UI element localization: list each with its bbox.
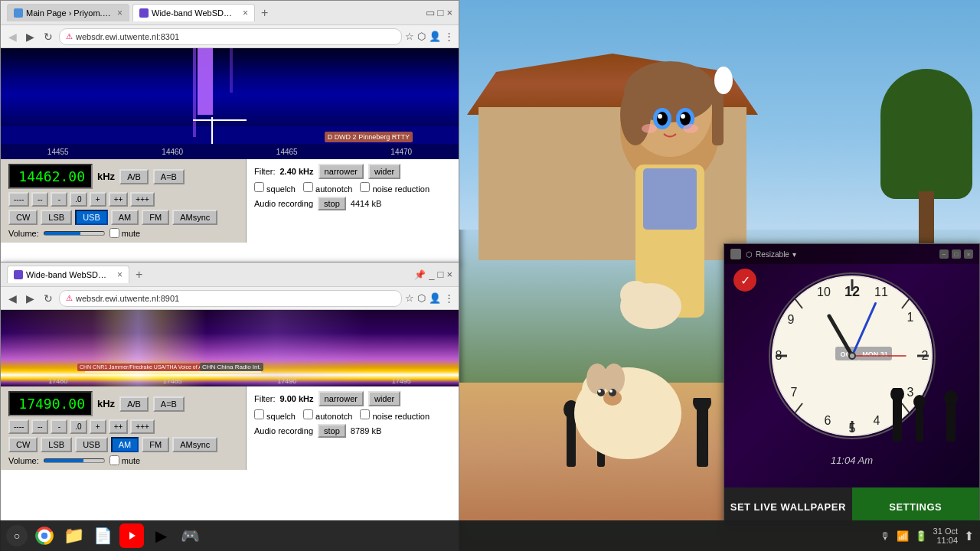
tune-plus2-bottom[interactable]: ++ <box>109 419 129 434</box>
star-icon-bottom[interactable]: ☆ <box>405 292 414 304</box>
extensions-icon-top[interactable]: ⬡ <box>417 31 426 42</box>
noise-reduction-label-bottom[interactable]: noise reduction <box>360 409 430 421</box>
extensions-icon-bottom[interactable]: ⬡ <box>417 292 426 304</box>
taskbar-play[interactable]: ▶ <box>149 523 173 548</box>
tune-minus2-bottom[interactable]: -- <box>31 419 48 434</box>
red-check-btn[interactable]: ✓ <box>733 269 756 292</box>
reload-btn-bottom[interactable]: ↻ <box>41 291 56 306</box>
wider-btn-top[interactable]: wider <box>368 164 400 179</box>
vol-slider-bottom[interactable] <box>44 458 105 463</box>
profile-icon-bottom[interactable]: 👤 <box>429 292 441 304</box>
freq-display-top[interactable]: 14462.00 <box>8 164 93 189</box>
svg-rect-35 <box>893 396 902 442</box>
narrower-btn-top[interactable]: narrower <box>318 164 364 179</box>
ab-btn-bottom[interactable]: A/B <box>119 396 149 412</box>
reload-btn-top[interactable]: ↻ <box>41 29 56 44</box>
tune-plus3-top[interactable]: +++ <box>130 192 155 207</box>
menu-icon-top[interactable]: ⋮ <box>444 31 454 42</box>
close-icon-top[interactable]: × <box>446 7 452 18</box>
back-btn-top[interactable]: ◀ <box>5 29 20 44</box>
new-tab-btn-top[interactable]: + <box>261 6 268 20</box>
wider-btn-bottom[interactable]: wider <box>368 391 400 406</box>
aeqb-btn-top[interactable]: A=B <box>153 169 185 184</box>
noise-reduction-label-top[interactable]: noise reduction <box>360 182 430 194</box>
clock-close-btn[interactable]: × <box>964 249 973 259</box>
mode-am-bottom[interactable]: AM <box>111 437 139 452</box>
tune-plus1-bottom[interactable]: + <box>90 419 106 434</box>
taskbar-docs[interactable]: 📄 <box>90 523 115 548</box>
tune-plus2-top[interactable]: ++ <box>109 192 129 207</box>
profile-icon-top[interactable]: 👤 <box>429 31 441 42</box>
forward-btn-top[interactable]: ▶ <box>23 29 38 44</box>
taskbar-chrome[interactable] <box>32 523 57 548</box>
squelch-label-top[interactable]: squelch <box>254 182 296 194</box>
resize-icon: ⬡ <box>746 250 753 259</box>
clock-bg-scene-svg <box>724 388 979 449</box>
taskbar-game[interactable]: 🎮 <box>178 523 202 548</box>
mode-cw-bottom[interactable]: CW <box>8 437 38 452</box>
nav-icons-bottom: ☆ ⬡ 👤 ⋮ <box>405 292 454 304</box>
autonotch-label-top[interactable]: autonotch <box>303 182 352 194</box>
mode-cw-top[interactable]: CW <box>8 210 38 225</box>
tab-close-priyom[interactable]: × <box>117 8 122 18</box>
clock-minimize-btn[interactable]: − <box>939 249 949 259</box>
close-icon-bottom[interactable]: × <box>446 269 452 280</box>
mute-checkbox-bottom[interactable] <box>109 455 119 465</box>
squelch-label-bottom[interactable]: squelch <box>254 409 296 421</box>
tab-priyom[interactable]: Main Page › Priyom.org × <box>7 4 129 21</box>
menu-icon-bottom[interactable]: ⋮ <box>444 292 454 304</box>
mode-fm-bottom[interactable]: FM <box>142 437 169 452</box>
tune-zero-top[interactable]: .0 <box>70 192 87 207</box>
tune-plus3-bottom[interactable]: +++ <box>130 419 155 434</box>
taskbar-start-btn[interactable]: ○ <box>6 525 28 546</box>
mute-check-top[interactable]: mute <box>109 228 140 238</box>
maximize-icon-top[interactable]: □ <box>438 7 444 18</box>
new-tab-btn-bottom[interactable]: + <box>136 268 142 282</box>
tab-close-bottom[interactable]: × <box>117 269 122 280</box>
mode-fm-top[interactable]: FM <box>142 210 169 225</box>
minimize-icon-top[interactable]: ▭ <box>426 7 435 18</box>
mute-checkbox-top[interactable] <box>109 228 119 238</box>
tab-close-websdr-top[interactable]: × <box>243 8 248 18</box>
narrower-btn-bottom[interactable]: narrower <box>318 391 364 406</box>
url-bar-top[interactable]: ⚠ websdr.ewi.utwente.nl:8301 <box>59 28 402 45</box>
maximize-icon-bottom[interactable]: □ <box>438 269 444 280</box>
tune-minus4-bottom[interactable]: ---- <box>8 419 29 434</box>
mute-check-bottom[interactable]: mute <box>109 455 140 465</box>
stop-btn-bottom[interactable]: stop <box>318 424 346 438</box>
tune-plus1-top[interactable]: + <box>90 192 106 207</box>
tune-minus4-top[interactable]: ---- <box>8 192 29 207</box>
taskbar-youtube[interactable] <box>119 523 144 548</box>
pin-icon-bottom[interactable]: 📌 <box>414 269 426 280</box>
ab-btn-top[interactable]: A/B <box>119 169 149 184</box>
minimize-icon-bottom[interactable]: _ <box>429 269 434 280</box>
tune-minus2-top[interactable]: -- <box>31 192 48 207</box>
stop-btn-top[interactable]: stop <box>318 197 346 210</box>
sdr-controls-inner-bottom: 17490.00 kHz A/B A=B ---- -- - .0 + ++ +… <box>1 386 246 470</box>
vol-slider-top[interactable] <box>44 231 105 236</box>
tab-websdr-bottom[interactable]: Wide-band WebSDR in Ens… × <box>7 266 129 283</box>
mode-usb-top[interactable]: USB <box>75 210 108 225</box>
mode-lsb-top[interactable]: LSB <box>41 210 72 225</box>
sdr-controls-bottom: 17490.00 kHz A/B A=B ---- -- - .0 + ++ +… <box>1 386 459 470</box>
url-bar-bottom[interactable]: ⚠ websdr.ewi.utwente.nl:8901 <box>59 290 402 307</box>
tab-websdr-top[interactable]: Wide-band WebSDR in Ens… × <box>132 4 255 21</box>
mode-amsync-top[interactable]: AMsync <box>172 210 217 225</box>
clock-maximize-btn[interactable]: □ <box>952 249 961 259</box>
mode-usb-bottom[interactable]: USB <box>75 437 108 452</box>
svg-text:MON 31: MON 31 <box>862 350 888 358</box>
autonotch-label-bottom[interactable]: autonotch <box>303 409 352 421</box>
svg-point-15 <box>681 114 685 119</box>
mode-am-top[interactable]: AM <box>111 210 139 225</box>
tune-minus1-top[interactable]: - <box>51 192 67 207</box>
tune-minus1-bottom[interactable]: - <box>51 419 67 434</box>
forward-btn-bottom[interactable]: ▶ <box>23 291 38 306</box>
star-icon-top[interactable]: ☆ <box>405 31 414 42</box>
tune-zero-bottom[interactable]: .0 <box>70 419 87 434</box>
back-btn-bottom[interactable]: ◀ <box>5 291 20 306</box>
mode-amsync-bottom[interactable]: AMsync <box>172 437 217 452</box>
aeqb-btn-bottom[interactable]: A=B <box>153 396 185 412</box>
taskbar-files[interactable]: 📁 <box>61 523 86 548</box>
freq-display-bottom[interactable]: 17490.00 <box>8 391 93 416</box>
mode-lsb-bottom[interactable]: LSB <box>41 437 72 452</box>
